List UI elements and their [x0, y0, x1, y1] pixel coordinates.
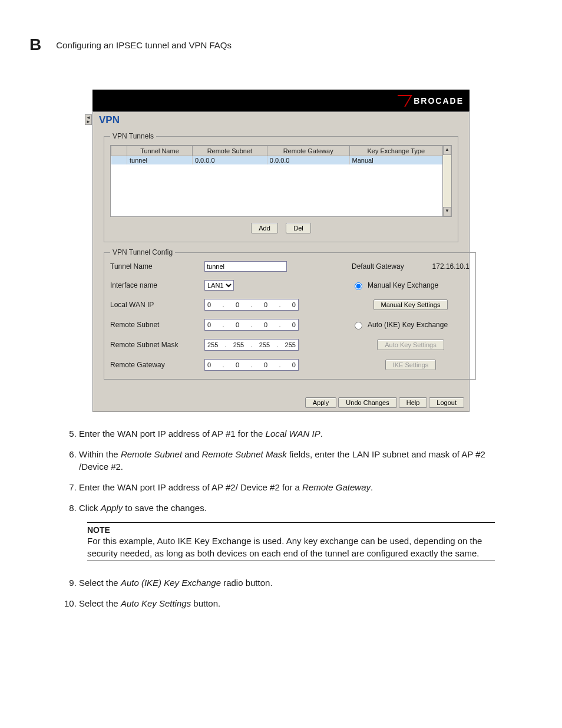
help-button[interactable]: Help — [399, 397, 428, 408]
label-default-gateway: Default Gateway — [352, 262, 404, 271]
label-interface-name: Interface name — [110, 281, 204, 289]
step-8: Click Apply to save the changes. — [79, 502, 495, 514]
remote-subnet-input[interactable]: 0. 0. 0. 0 — [204, 319, 299, 331]
interface-select[interactable]: LAN1 — [204, 280, 234, 291]
local-wan-ip-input[interactable]: 0. 0. 0. 0 — [204, 299, 299, 311]
tunnel-name-input[interactable] — [204, 261, 287, 272]
del-button[interactable]: Del — [286, 223, 311, 233]
vpn-tunnels-legend: VPN Tunnels — [110, 132, 156, 140]
label-tunnel-name: Tunnel Name — [110, 262, 204, 271]
scroll-up-icon[interactable]: ▲ — [443, 146, 451, 155]
label-remote-subnet: Remote Subnet — [110, 321, 204, 329]
ike-settings-button[interactable]: IKE Settings — [385, 360, 437, 370]
table-scrollbar[interactable]: ▲ ▼ — [442, 146, 451, 216]
undo-changes-button[interactable]: Undo Changes — [338, 397, 396, 408]
tunnels-table-wrap: Tunnel Name Remote Subnet Remote Gateway… — [110, 145, 452, 217]
app-body: ◄► VPN VPN Tunnels Tunnel Name Remote Su… — [92, 111, 470, 412]
instructions-list-2: Select the Auto (IKE) Key Exchange radio… — [67, 577, 495, 610]
col-remote-subnet[interactable]: Remote Subnet — [192, 146, 267, 156]
col-key-exchange[interactable]: Key Exchange Type — [349, 146, 443, 156]
table-row[interactable]: tunnel 0.0.0.0 0.0.0.0 Manual — [111, 156, 443, 165]
appendix-letter: B — [29, 35, 41, 54]
cell-gateway: 0.0.0.0 — [267, 156, 349, 165]
col-blank[interactable] — [111, 146, 127, 156]
brand-name: BROCADE — [414, 96, 464, 106]
label-local-wan-ip: Local WAN IP — [110, 301, 204, 309]
manual-key-settings-button[interactable]: Manual Key Settings — [373, 299, 448, 310]
note-block: NOTE For this example, Auto IKE Key Exch… — [87, 522, 495, 561]
label-remote-gateway: Remote Gateway — [110, 361, 204, 369]
panel-collapse-handle[interactable]: ◄► — [85, 114, 92, 125]
note-body: For this example, Auto IKE Key Exchange … — [87, 535, 495, 559]
auto-ike-radio[interactable] — [355, 322, 362, 330]
tunnels-table: Tunnel Name Remote Subnet Remote Gateway… — [111, 146, 443, 164]
step-10: Select the Auto Key Settings button. — [79, 597, 495, 610]
value-default-gateway: 172.16.10.1 — [432, 262, 470, 271]
label-manual-key: Manual Key Exchange — [368, 281, 438, 289]
footer-buttons: Apply Undo Changes Help Logout — [93, 394, 469, 411]
cell-subnet: 0.0.0.0 — [192, 156, 267, 165]
step-7: Enter the WAN port IP address of AP #2/ … — [79, 481, 495, 493]
note-heading: NOTE — [87, 525, 495, 535]
col-tunnel-name[interactable]: Tunnel Name — [127, 146, 193, 156]
label-remote-subnet-mask: Remote Subnet Mask — [110, 341, 204, 349]
vpn-tunnels-fieldset: VPN Tunnels Tunnel Name Remote Subnet Re… — [104, 132, 458, 242]
vpn-config-fieldset: VPN Tunnel Config Tunnel Name Default Ga… — [104, 248, 476, 380]
label-auto-ike: Auto (IKE) Key Exchange — [368, 321, 448, 329]
instructions-list: Enter the WAN port IP address of AP #1 f… — [67, 427, 495, 514]
vpn-config-legend: VPN Tunnel Config — [110, 248, 175, 256]
apply-button[interactable]: Apply — [305, 397, 337, 408]
manual-key-radio[interactable] — [355, 282, 362, 290]
logout-button[interactable]: Logout — [429, 397, 464, 408]
cell-name: tunnel — [127, 156, 193, 165]
step-9: Select the Auto (IKE) Key Exchange radio… — [79, 577, 495, 589]
remote-gateway-input[interactable]: 0. 0. 0. 0 — [204, 359, 299, 371]
cell-key: Manual — [349, 156, 443, 165]
panel-title: VPN — [93, 112, 469, 130]
page-header: B Configuring an IPSEC tunnel and VPN FA… — [29, 35, 533, 54]
brocade-bar: BROCADE — [92, 90, 470, 111]
brocade-logo-icon — [391, 95, 412, 107]
vpn-screenshot: BROCADE ◄► VPN VPN Tunnels Tunnel Name R… — [92, 90, 470, 412]
remote-subnet-mask-input[interactable]: 255. 255. 255. 255 — [204, 339, 299, 351]
step-5: Enter the WAN port IP address of AP #1 f… — [79, 427, 495, 440]
col-remote-gateway[interactable]: Remote Gateway — [267, 146, 349, 156]
auto-key-settings-button[interactable]: Auto Key Settings — [377, 340, 444, 350]
step-6: Within the Remote Subnet and Remote Subn… — [79, 448, 495, 473]
add-button[interactable]: Add — [251, 223, 278, 233]
page-title: Configuring an IPSEC tunnel and VPN FAQs — [56, 40, 232, 50]
scroll-down-icon[interactable]: ▼ — [443, 207, 451, 216]
